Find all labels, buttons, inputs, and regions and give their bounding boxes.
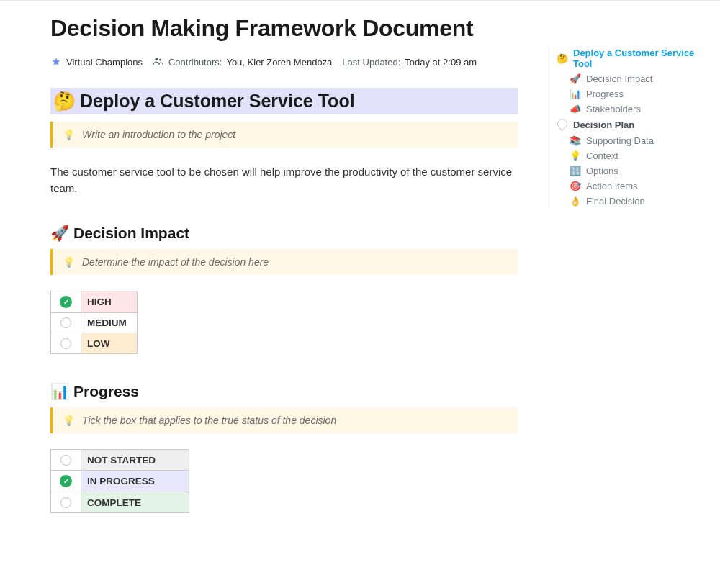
people-icon (153, 55, 164, 69)
option-label[interactable]: NOT STARTED (81, 450, 189, 471)
outline-emoji-icon: 👌 (570, 196, 581, 207)
callout-impact-text: Determine the impact of the decision her… (82, 256, 269, 268)
outline-label: Context (586, 150, 618, 161)
outline-label: Stakeholders (586, 104, 641, 114)
outline-item[interactable]: 💡Context (557, 148, 707, 163)
outline-item[interactable]: 📊Progress (557, 86, 707, 101)
outline-item[interactable]: 🤔Deploy a Customer Service Tool (557, 45, 707, 71)
section-progress-heading[interactable]: 📊 Progress (50, 383, 518, 400)
outline-item[interactable]: 📣Stakeholders (557, 101, 707, 117)
option-label[interactable]: COMPLETE (81, 492, 189, 513)
callout-deploy[interactable]: 💡 Write an introduction to the project (50, 122, 518, 148)
outline-emoji-icon: 📣 (570, 104, 581, 114)
radio-empty-icon (60, 455, 71, 466)
outline-label: Progress (586, 89, 624, 99)
chart-emoji-icon: 📊 (50, 383, 69, 400)
section-deploy-title: Deploy a Customer Service Tool (80, 91, 355, 112)
section-deploy-heading[interactable]: 🤔 Deploy a Customer Service Tool (50, 88, 518, 114)
outline-item[interactable]: 👌Final Decision (557, 194, 707, 209)
option-radio[interactable] (51, 333, 81, 354)
outline-emoji-icon: 💡 (570, 150, 581, 161)
thinking-emoji-icon: 🤔 (53, 91, 76, 112)
table-row: ✓IN PROGRESS (51, 471, 189, 492)
outline-label: Deploy a Customer Service Tool (573, 48, 707, 69)
outline-emoji-icon: 🔢 (570, 166, 581, 176)
outline-label: Decision Impact (586, 73, 652, 84)
table-row: NOT STARTED (51, 450, 189, 471)
option-radio[interactable]: ✓ (51, 471, 81, 492)
outline-label: Final Decision (586, 196, 645, 207)
outline-label: Action Items (586, 181, 638, 191)
updated-meta: Last Updated: Today at 2:09 am (342, 57, 477, 68)
team-name: Virtual Champions (66, 57, 143, 68)
outline-sidebar: 🤔Deploy a Customer Service Tool🚀Decision… (549, 45, 707, 209)
svg-point-0 (155, 58, 158, 60)
outline-item[interactable]: 📚Supporting Data (557, 133, 707, 148)
option-label[interactable]: IN PROGRESS (81, 471, 189, 492)
table-row: ✓HIGH (51, 291, 138, 312)
check-icon: ✓ (60, 475, 72, 487)
lightbulb-icon: 💡 (63, 129, 75, 140)
check-icon: ✓ (60, 296, 72, 308)
callout-progress[interactable]: 💡 Tick the box that applies to the true … (50, 407, 518, 433)
outline-emoji-icon: 🤔 (557, 53, 568, 64)
progress-table: NOT STARTED✓IN PROGRESSCOMPLETE (50, 449, 189, 513)
outline-label: Supporting Data (586, 135, 654, 146)
option-radio[interactable] (51, 450, 81, 471)
outline-emoji-icon: 🚀 (570, 73, 581, 84)
outline-item[interactable]: Decision Plan (557, 117, 707, 133)
option-label[interactable]: MEDIUM (81, 312, 138, 333)
outline-item[interactable]: 🎯Action Items (557, 178, 707, 194)
contributors-label: Contributors: (168, 57, 222, 68)
page-title: Decision Making Framework Document (50, 14, 518, 42)
section-progress-title: Progress (73, 383, 139, 400)
option-radio[interactable]: ✓ (51, 291, 81, 312)
option-radio[interactable] (51, 312, 81, 333)
outline-emoji-icon: 📚 (570, 135, 581, 146)
radio-empty-icon (60, 317, 71, 328)
option-label[interactable]: HIGH (81, 291, 138, 312)
option-radio[interactable] (51, 492, 81, 513)
contributors-value: You, Kier Zoren Mendoza (226, 57, 332, 68)
updated-label: Last Updated: (342, 57, 400, 68)
lightbulb-icon: 💡 (63, 415, 75, 426)
table-row: MEDIUM (51, 312, 138, 333)
rocket-emoji-icon: 🚀 (50, 225, 69, 242)
document-main: Decision Making Framework Document Virtu… (0, 1, 518, 513)
callout-deploy-text: Write an introduction to the project (82, 129, 235, 140)
radio-empty-icon (60, 497, 71, 508)
outline-label: Options (586, 166, 618, 176)
section-impact-title: Decision Impact (73, 225, 189, 242)
updated-value: Today at 2:09 am (405, 57, 477, 68)
meta-row: Virtual Champions Contributors: You, Kie… (50, 55, 518, 69)
team-meta[interactable]: Virtual Champions (50, 57, 143, 68)
outline-emoji-icon: 🎯 (570, 181, 581, 191)
lightbulb-icon: 💡 (63, 256, 75, 268)
team-logo-icon (50, 57, 62, 68)
outline-item[interactable]: 🔢Options (557, 163, 707, 178)
contributors-meta[interactable]: Contributors: You, Kier Zoren Mendoza (153, 55, 332, 69)
outline-label: Decision Plan (573, 119, 634, 130)
table-row: LOW (51, 333, 138, 354)
radio-empty-icon (60, 338, 71, 349)
section-impact-heading[interactable]: 🚀 Decision Impact (50, 225, 518, 242)
deploy-body-text[interactable]: The customer service tool to be chosen w… (50, 163, 518, 197)
callout-impact[interactable]: 💡 Determine the impact of the decision h… (50, 249, 518, 275)
callout-progress-text: Tick the box that applies to the true st… (82, 415, 336, 426)
outline-emoji-icon: 📊 (570, 89, 581, 99)
impact-table: ✓HIGHMEDIUMLOW (50, 291, 138, 355)
option-label[interactable]: LOW (81, 333, 138, 354)
outline-item[interactable]: 🚀Decision Impact (557, 71, 707, 86)
table-row: COMPLETE (51, 492, 189, 513)
svg-point-1 (159, 58, 161, 60)
speech-bubble-icon (557, 119, 568, 131)
